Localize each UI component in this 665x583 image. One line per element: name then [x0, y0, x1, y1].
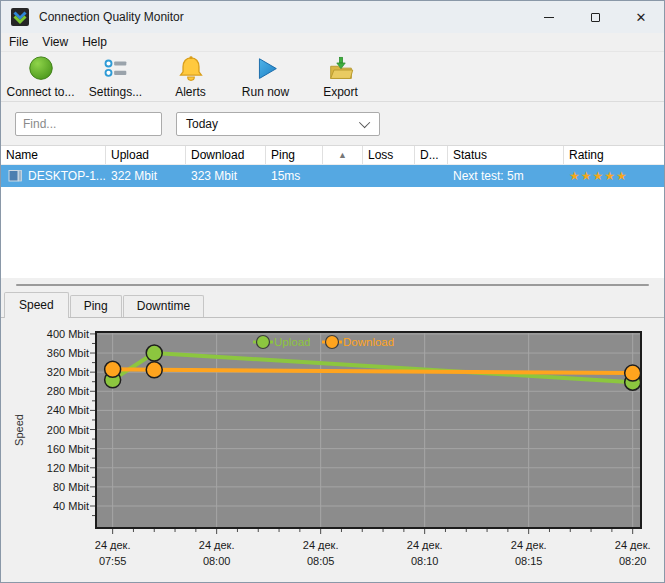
svg-text:08:15: 08:15: [515, 555, 543, 567]
column-header-downtime[interactable]: D...: [415, 146, 448, 164]
settings-label: Settings...: [89, 85, 142, 99]
svg-text:Speed: Speed: [13, 414, 25, 446]
chevron-down-icon: [359, 116, 370, 127]
hosts-table: Name Upload Download Ping ▲ Loss D... St…: [1, 146, 664, 278]
minimize-icon: [544, 17, 554, 18]
menu-help[interactable]: Help: [82, 35, 117, 49]
settings-button[interactable]: Settings...: [78, 53, 153, 101]
svg-text:280 Mbit: 280 Mbit: [47, 385, 89, 397]
table-header: Name Upload Download Ping ▲ Loss D... St…: [1, 146, 664, 165]
cell-name-text: DESKTOP-1...: [28, 169, 106, 183]
minimize-button[interactable]: [526, 1, 572, 33]
svg-text:120 Mbit: 120 Mbit: [47, 462, 89, 474]
svg-text:24 дек.: 24 дек.: [407, 539, 443, 551]
svg-text:24 дек.: 24 дек.: [199, 539, 235, 551]
cell-upload: 322 Mbit: [106, 169, 186, 183]
svg-text:240 Mbit: 240 Mbit: [47, 404, 89, 416]
svg-text:40 Mbit: 40 Mbit: [53, 500, 89, 512]
window-title: Connection Quality Monitor: [39, 10, 184, 24]
cell-ping: 15ms: [266, 169, 323, 183]
run-now-label: Run now: [242, 85, 289, 99]
play-icon: [251, 55, 281, 85]
filter-bar: Today: [1, 102, 664, 146]
speed-chart-panel: 40 Mbit80 Mbit120 Mbit160 Mbit200 Mbit24…: [1, 317, 664, 583]
table-row[interactable]: DESKTOP-1... 322 Mbit 323 Mbit 15ms Next…: [1, 165, 664, 187]
tab-speed[interactable]: Speed: [4, 292, 69, 318]
chart-tabs: Speed Ping Downtime: [1, 291, 664, 317]
sort-indicator-icon[interactable]: ▲: [323, 146, 363, 164]
svg-text:360 Mbit: 360 Mbit: [47, 347, 89, 359]
menu-file[interactable]: File: [9, 35, 38, 49]
column-header-loss[interactable]: Loss: [363, 146, 415, 164]
computer-icon: [8, 169, 23, 183]
svg-text:24 дек.: 24 дек.: [303, 539, 339, 551]
svg-text:400 Mbit: 400 Mbit: [47, 328, 89, 340]
app-logo-icon: [11, 8, 29, 26]
svg-text:24 дек.: 24 дек.: [615, 539, 651, 551]
svg-text:Upload: Upload: [274, 336, 310, 348]
svg-text:08:20: 08:20: [619, 555, 647, 567]
column-header-status[interactable]: Status: [448, 146, 564, 164]
svg-text:160 Mbit: 160 Mbit: [47, 443, 89, 455]
export-folder-icon: [326, 55, 356, 85]
svg-text:200 Mbit: 200 Mbit: [47, 424, 89, 436]
period-dropdown-value: Today: [186, 117, 218, 131]
column-header-rating[interactable]: Rating: [564, 146, 664, 164]
svg-text:08:00: 08:00: [203, 555, 231, 567]
export-button[interactable]: Export: [303, 53, 378, 101]
settings-sliders-icon: [101, 55, 131, 85]
column-header-ping[interactable]: Ping: [266, 146, 323, 164]
close-icon: ✕: [636, 11, 647, 24]
titlebar: Connection Quality Monitor ✕: [1, 1, 664, 33]
connect-to-label: Connect to...: [6, 85, 74, 99]
column-header-upload[interactable]: Upload: [106, 146, 186, 164]
cell-status: Next test: 5m: [448, 169, 564, 183]
svg-text:320 Mbit: 320 Mbit: [47, 366, 89, 378]
window-controls: ✕: [526, 1, 664, 33]
connect-circle-icon: [26, 55, 56, 85]
svg-text:Download: Download: [343, 336, 394, 348]
tab-ping[interactable]: Ping: [70, 295, 122, 317]
toolbar: Connect to... Settings... Alerts: [1, 51, 664, 102]
run-now-button[interactable]: Run now: [228, 53, 303, 101]
menu-view[interactable]: View: [42, 35, 78, 49]
cell-download: 323 Mbit: [186, 169, 266, 183]
alerts-label: Alerts: [175, 85, 206, 99]
close-button[interactable]: ✕: [618, 1, 664, 33]
svg-text:08:10: 08:10: [411, 555, 439, 567]
column-header-download[interactable]: Download: [186, 146, 266, 164]
export-label: Export: [323, 85, 358, 99]
bell-icon: [176, 55, 206, 85]
find-input[interactable]: [15, 112, 162, 136]
splitter-area: [1, 278, 664, 291]
period-dropdown[interactable]: Today: [176, 112, 380, 136]
maximize-button[interactable]: [572, 1, 618, 33]
menubar: File View Help: [1, 33, 664, 51]
cell-name: DESKTOP-1...: [1, 169, 106, 183]
cell-rating-stars: ★★★★★: [564, 169, 664, 183]
tab-downtime[interactable]: Downtime: [123, 295, 204, 317]
svg-text:24 дек.: 24 дек.: [95, 539, 131, 551]
svg-text:24 дек.: 24 дек.: [511, 539, 547, 551]
maximize-icon: [591, 13, 600, 22]
svg-text:08:05: 08:05: [307, 555, 335, 567]
splitter-handle[interactable]: [16, 284, 649, 286]
app-window: Connection Quality Monitor ✕ File View H…: [0, 0, 665, 583]
alerts-button[interactable]: Alerts: [153, 53, 228, 101]
speed-chart: 40 Mbit80 Mbit120 Mbit160 Mbit200 Mbit24…: [1, 318, 665, 583]
svg-text:07:55: 07:55: [99, 555, 127, 567]
svg-text:80 Mbit: 80 Mbit: [53, 481, 89, 493]
connect-to-button[interactable]: Connect to...: [3, 53, 78, 101]
column-header-name[interactable]: Name: [1, 146, 106, 164]
